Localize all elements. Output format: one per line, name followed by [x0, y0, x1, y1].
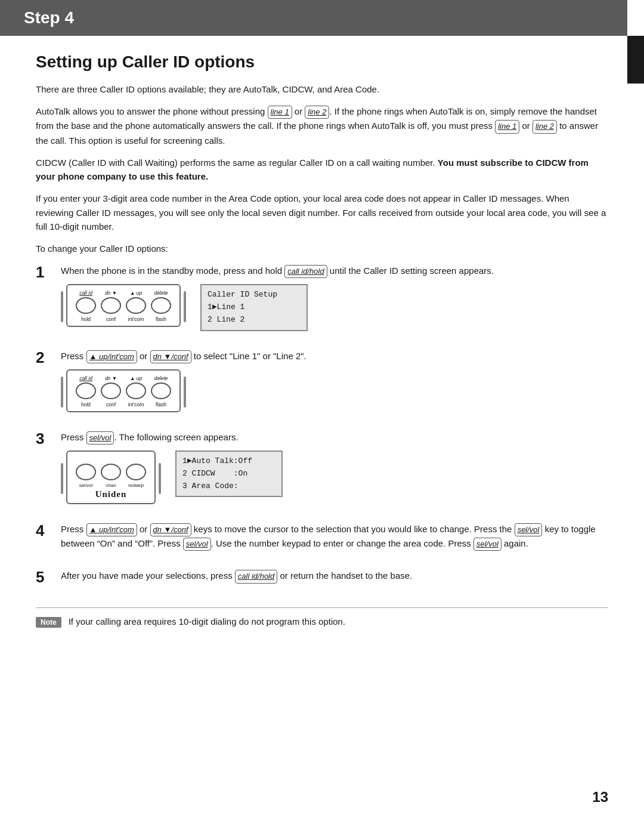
left-bar-3: [61, 463, 63, 494]
phone-panel-3: sel/vol chan redial/p Uniden: [61, 450, 161, 504]
right-bar-3: [159, 463, 161, 494]
panel-bot-labels-1: hold conf int'com flash: [76, 316, 171, 322]
panel-bot-labels-3: sel/vol chan redial/p: [76, 483, 146, 488]
step-3-body: Press sel/vol. The following screen appe…: [61, 430, 608, 510]
lcd-1: Caller ID Setup 1►Line 1 2 Line 2: [200, 284, 308, 331]
step-5-body: After you have made your selections, pre…: [61, 569, 608, 589]
up-btn: [126, 297, 146, 314]
panel-top-labels-3: [76, 456, 146, 462]
page-title: Setting up Caller ID options: [36, 53, 608, 72]
dn-btn-2: [101, 382, 121, 399]
step-3: 3 Press sel/vol. The following screen ap…: [36, 430, 608, 510]
call-id-btn-2: [76, 382, 96, 399]
sel-vol-btn: [76, 464, 96, 480]
right-tab: [627, 36, 644, 84]
sel-vol-key-3: sel/vol: [183, 538, 211, 551]
sel-vol-key-1: sel/vol: [86, 431, 114, 445]
panel-bot-labels-2: hold conf int'com flash: [76, 402, 171, 408]
intro-paragraph-2: AutoTalk allows you to answer the phone …: [36, 104, 608, 147]
step-3-number: 3: [36, 430, 52, 448]
line2-key-1: line 2: [305, 106, 329, 119]
button-panel-1: call id dn ▼ ▲ up delete hold: [66, 284, 181, 327]
note-badge: Note: [36, 617, 61, 628]
intro-paragraph-1: There are three Caller ID options availa…: [36, 82, 608, 96]
step-1-number: 1: [36, 264, 52, 281]
step-4-number: 4: [36, 522, 52, 539]
call-id-hold-key-1: call id/hold: [284, 265, 327, 278]
panel-buttons-2: [76, 382, 171, 399]
step-4: 4 Press ▲ up/int'com or dn ▼/conf keys t…: [36, 522, 608, 557]
step-1-illustration: call id dn ▼ ▲ up delete hold: [61, 284, 608, 331]
lcd-2: 1►Auto Talk:Off 2 CIDCW :On 3 Area Code:: [175, 450, 283, 497]
note-section: Note If your calling area requires 10-di…: [36, 607, 608, 628]
step-3-illustration: sel/vol chan redial/p Uniden 1►Auto Talk…: [61, 450, 608, 504]
dn-btn: [101, 297, 121, 314]
sel-vol-key-2: sel/vol: [515, 523, 543, 536]
up-intcom-key-1: ▲ up/int'com: [86, 350, 137, 363]
up-intcom-key-2: ▲ up/int'com: [86, 523, 137, 536]
step-2-number: 2: [36, 349, 52, 366]
chan-btn: [101, 464, 121, 480]
phone-panel-2: call id dn ▼ ▲ up delete hold: [61, 369, 186, 412]
right-bar-2: [184, 377, 186, 408]
intro-paragraph-4: If you enter your 3-digit area code numb…: [36, 192, 608, 233]
dn-conf-key-1: dn ▼/conf: [150, 350, 191, 363]
up-btn-2: [126, 382, 146, 399]
step-2-body: Press ▲ up/int'com or dn ▼/conf to selec…: [61, 349, 608, 418]
to-change-label: To change your Caller ID options:: [36, 242, 608, 255]
button-panel-2: call id dn ▼ ▲ up delete hold: [66, 369, 181, 412]
step-2: 2 Press ▲ up/int'com or dn ▼/conf to sel…: [36, 349, 608, 418]
sel-vol-key-4: sel/vol: [473, 538, 501, 551]
left-bar-2: [61, 377, 63, 408]
panel-buttons-3: [76, 464, 146, 480]
delete-btn-2: [151, 382, 171, 399]
call-id-hold-key-2: call id/hold: [235, 570, 277, 583]
intro-paragraph-3: CIDCW (Caller ID with Call Waiting) perf…: [36, 156, 608, 184]
step-2-illustration: call id dn ▼ ▲ up delete hold: [61, 369, 608, 412]
delete-btn: [151, 297, 171, 314]
panel-top-labels-1: call id dn ▼ ▲ up delete: [76, 290, 171, 296]
step-4-body: Press ▲ up/int'com or dn ▼/conf keys to …: [61, 522, 608, 557]
panel-buttons-1: [76, 297, 171, 314]
redialp-btn: [126, 464, 146, 480]
left-bar-1: [61, 291, 63, 322]
button-panel-3: sel/vol chan redial/p Uniden: [66, 450, 156, 504]
line1-key-2: line 1: [495, 120, 519, 133]
step-1-body: When the phone is in the standby mode, p…: [61, 264, 608, 337]
step-banner: Step 4: [0, 0, 627, 36]
step-5-number: 5: [36, 569, 52, 586]
line2-key-2: line 2: [532, 120, 557, 133]
uniden-logo: Uniden: [95, 489, 127, 499]
step-1: 1 When the phone is in the standby mode,…: [36, 264, 608, 337]
page-number: 13: [592, 789, 608, 806]
note-text: If your calling area requires 10-digit d…: [69, 616, 345, 627]
right-bar-1: [184, 291, 186, 322]
dn-conf-key-2: dn ▼/conf: [150, 523, 191, 536]
phone-panel-1: call id dn ▼ ▲ up delete hold: [61, 284, 186, 327]
step-5: 5 After you have made your selections, p…: [36, 569, 608, 589]
line1-key-1: line 1: [268, 106, 292, 119]
panel-top-labels-2: call id dn ▼ ▲ up delete: [76, 375, 171, 381]
call-id-btn: [76, 297, 96, 314]
